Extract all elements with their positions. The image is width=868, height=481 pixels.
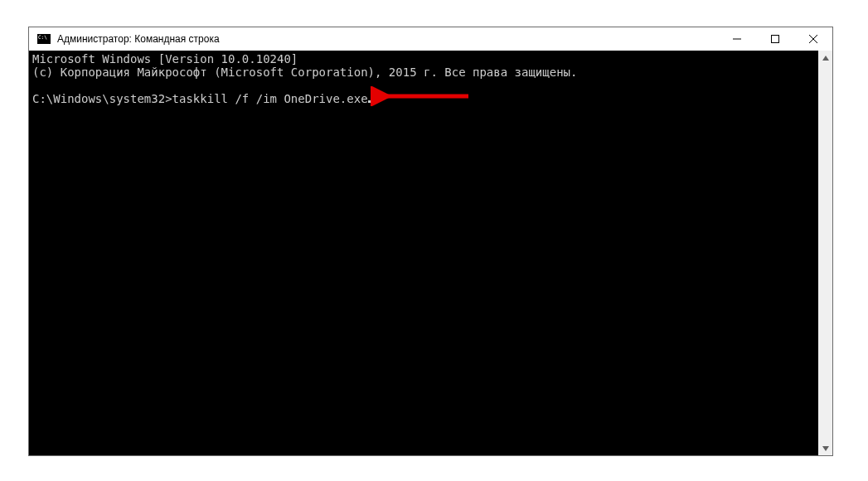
terminal-prompt: C:\Windows\system32> [32, 92, 172, 105]
close-button[interactable] [794, 27, 832, 51]
svg-rect-1 [772, 36, 779, 43]
terminal-line: Microsoft Windows [Version 10.0.10240] [32, 52, 298, 66]
client-area: Microsoft Windows [Version 10.0.10240] (… [29, 51, 832, 455]
maximize-icon [771, 35, 779, 43]
close-icon [809, 35, 817, 43]
cmd-icon [36, 33, 52, 45]
terminal-output[interactable]: Microsoft Windows [Version 10.0.10240] (… [29, 51, 818, 455]
window-controls [718, 27, 832, 51]
vertical-scrollbar[interactable] [818, 51, 832, 455]
terminal-command: taskkill /f /im OneDrive.exe [172, 92, 368, 105]
command-prompt-window: Администратор: Командная строка Microsof… [28, 27, 833, 456]
scrollbar-track[interactable] [818, 65, 832, 441]
titlebar[interactable]: Администратор: Командная строка [29, 27, 832, 51]
window-title: Администратор: Командная строка [57, 33, 220, 45]
scroll-down-button[interactable] [818, 441, 832, 455]
minimize-button[interactable] [718, 27, 756, 51]
minimize-icon [733, 35, 741, 43]
maximize-button[interactable] [756, 27, 794, 51]
terminal-line: (c) Корпорация Майкрософт (Microsoft Cor… [32, 66, 577, 79]
annotation-arrow-icon [371, 86, 470, 106]
text-cursor [368, 100, 375, 103]
scroll-up-button[interactable] [818, 51, 832, 65]
scroll-up-icon [822, 56, 829, 61]
scroll-down-icon [822, 446, 829, 451]
